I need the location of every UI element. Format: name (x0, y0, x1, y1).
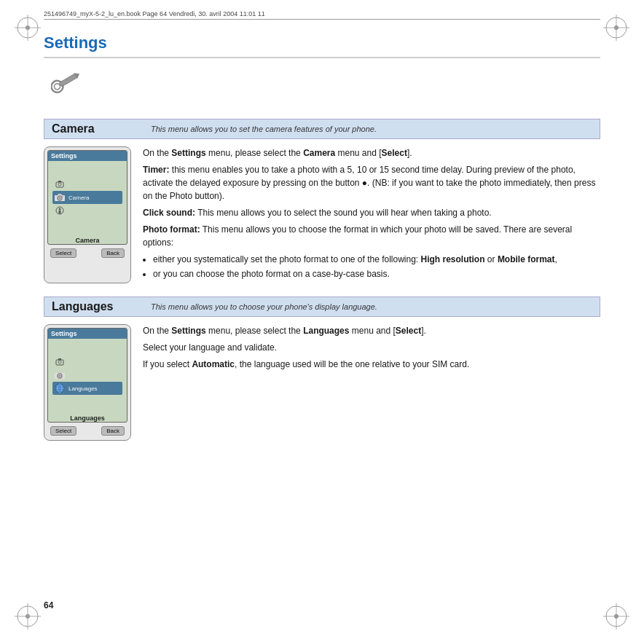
languages-phone-menu: Languages (52, 356, 122, 395)
camera-section-header: Camera This menu allows you to set the c… (44, 119, 600, 139)
camera-phone-menu: Camera (52, 178, 122, 217)
camera-intro-para: On the Settings menu, please select the … (143, 146, 600, 160)
languages-phone-bottom-bar: Select Back (47, 425, 127, 437)
languages-select-para: Select your language and validate. (143, 341, 600, 354)
camera-section-desc: This menu allows you to set the camera f… (151, 125, 377, 133)
phone-menu-item-camera: Camera (52, 191, 122, 204)
camera-phone-back-btn[interactable]: Back (101, 248, 125, 258)
camera-phone-label: Camera (48, 237, 127, 244)
camera-option-1: either you systematically set the photo … (153, 253, 600, 266)
svg-point-15 (614, 614, 619, 619)
corner-mark-bl (15, 603, 41, 629)
languages-phone-select-btn[interactable]: Select (50, 426, 76, 436)
camera-section-title: Camera (52, 122, 139, 136)
languages-phone-icon-2 (55, 370, 65, 380)
meta-text: 251496749_myX-5-2_lu_en.book Page 64 Ven… (44, 10, 265, 17)
corner-mark-tr (603, 15, 629, 41)
main-content: Settings Camera This menu allows you to … (44, 34, 600, 615)
lang-menu-bold: Languages (303, 326, 349, 336)
camera-settings-bold: Settings (171, 148, 205, 158)
lang-settings-bold: Settings (171, 326, 205, 336)
camera-phone-bottom-bar: Select Back (47, 247, 127, 259)
camera-select-bold: Select (382, 148, 407, 158)
page-number: 64 (44, 600, 53, 610)
camera-timer-para: Timer: this menu enables you to take a p… (143, 163, 600, 203)
phone-menu-icon-3 (55, 205, 65, 216)
languages-automatic-para: If you select Automatic, the language us… (143, 358, 600, 371)
svg-point-7 (614, 25, 619, 30)
camera-click-label: Click sound: (143, 208, 195, 218)
languages-phone-menu-item-3: Languages (52, 382, 122, 395)
languages-section-title: Languages (52, 300, 139, 313)
languages-phone-menu-item-1 (52, 356, 122, 369)
camera-phone-titlebar: Settings (48, 151, 127, 161)
svg-point-29 (59, 208, 61, 211)
languages-phone-mockup: Settings (44, 324, 131, 441)
phone-menu-icon-1 (55, 179, 65, 189)
svg-point-11 (25, 614, 30, 619)
corner-mark-tl (15, 15, 41, 41)
camera-options-list: either you systematically set the photo … (153, 253, 600, 280)
languages-section-desc: This menu allows you to choose your phon… (151, 302, 377, 311)
high-res-bold: High resolution (421, 254, 485, 264)
languages-section-text: On the Settings menu, please select the … (143, 324, 600, 441)
languages-phone-back-btn[interactable]: Back (101, 426, 125, 436)
svg-marker-26 (58, 194, 62, 195)
svg-point-36 (59, 375, 61, 377)
languages-phone-body: Languages (48, 339, 127, 412)
lang-select-bold: Select (396, 326, 421, 336)
svg-marker-32 (58, 358, 61, 360)
camera-timer-label: Timer: (143, 165, 169, 175)
languages-section-body: Settings (44, 324, 600, 441)
phone-menu-item-3 (52, 204, 122, 217)
svg-point-25 (59, 197, 61, 200)
languages-phone-titlebar: Settings (48, 329, 127, 339)
automatic-bold: Automatic (192, 359, 235, 369)
page-header-bar: 251496749_myX-5-2_lu_en.book Page 64 Ven… (44, 10, 600, 20)
phone-menu-item-1 (52, 178, 122, 191)
svg-marker-37 (58, 372, 62, 373)
languages-phone-icon-globe (55, 383, 65, 393)
svg-point-22 (58, 183, 61, 186)
languages-phone-menu-item-2 (52, 369, 122, 382)
svg-rect-30 (59, 211, 61, 213)
svg-point-3 (25, 25, 30, 30)
wrench-icon (51, 70, 86, 105)
svg-point-33 (58, 361, 61, 364)
languages-section-header: Languages This menu allows you to choose… (44, 297, 600, 317)
phone-menu-icon-camera (55, 192, 65, 203)
mobile-format-bold: Mobile format (498, 254, 555, 264)
camera-phone-mockup: Settings (44, 146, 131, 283)
svg-point-27 (62, 196, 63, 197)
camera-photo-label: Photo format: (143, 224, 200, 235)
camera-photo-para: Photo format: This menu allows you to ch… (143, 223, 600, 249)
camera-section-body: Settings (44, 146, 600, 283)
corner-mark-br (603, 603, 629, 629)
svg-rect-18 (59, 74, 77, 87)
camera-menu-bold: Camera (303, 148, 335, 158)
camera-section-text: On the Settings menu, please select the … (143, 146, 600, 283)
camera-click-para: Click sound: This menu allows you to sel… (143, 206, 600, 219)
page-title: Settings (44, 34, 600, 58)
languages-phone-icon-1 (55, 357, 65, 367)
camera-phone-screen: Settings (47, 150, 127, 245)
languages-phone-label: Languages (48, 415, 127, 422)
camera-option-2: or you can choose the photo format on a … (153, 267, 600, 280)
svg-marker-21 (58, 181, 61, 182)
camera-phone-select-btn[interactable]: Select (50, 248, 76, 258)
wrench-icon-area (44, 70, 600, 107)
languages-intro-para: On the Settings menu, please select the … (143, 324, 600, 337)
languages-phone-screen: Settings (47, 328, 127, 423)
camera-phone-body: Camera (48, 161, 127, 234)
